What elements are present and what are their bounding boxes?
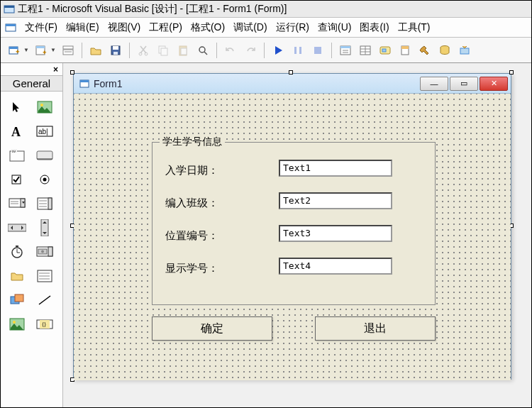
textbox-text3[interactable]: Text3 xyxy=(279,225,392,242)
app-title: 工程1 - Microsoft Visual Basic [设计] - [工程1… xyxy=(18,3,287,16)
data-view-button[interactable] xyxy=(436,41,454,60)
app-title-bar: 工程1 - Microsoft Visual Basic [设计] - [工程1… xyxy=(1,1,531,18)
redo-button[interactable] xyxy=(241,41,260,60)
menu-view[interactable]: 视图(V) xyxy=(105,20,144,35)
tool-combobox[interactable] xyxy=(6,194,28,214)
project-explorer-button[interactable] xyxy=(336,41,355,60)
svg-text:xv: xv xyxy=(12,149,16,153)
copy-button[interactable] xyxy=(154,41,172,60)
button-ok[interactable]: 确定 xyxy=(152,316,272,341)
tool-drivelistbox[interactable] xyxy=(34,242,55,262)
textbox-text4[interactable]: Text4 xyxy=(279,258,392,275)
menu-format[interactable]: 格式(O) xyxy=(188,20,228,35)
form1-client-area[interactable]: 学生学号信息 入学日期： Text1 编入班级： Text2 位置编号： Tex… xyxy=(74,94,511,380)
menu-debug[interactable]: 调试(D) xyxy=(231,20,270,35)
button-exit[interactable]: 退出 xyxy=(315,316,436,341)
menu-edit[interactable]: 编辑(E) xyxy=(63,20,102,35)
svg-rect-19 xyxy=(161,48,167,55)
end-button[interactable] xyxy=(309,41,327,60)
menu-query[interactable]: 查询(U) xyxy=(315,20,354,35)
svg-rect-25 xyxy=(299,47,301,54)
frame-student-info[interactable]: 学生学号信息 入学日期： Text1 编入班级： Text2 位置编号： Tex… xyxy=(152,142,436,305)
menu-bar: 文件(F) 编辑(E) 视图(V) 工程(P) 格式(O) 调试(D) 运行(R… xyxy=(1,18,531,38)
toolbox-tab-general[interactable]: General xyxy=(1,76,62,92)
svg-rect-1 xyxy=(4,6,14,8)
toolbox-button[interactable] xyxy=(416,41,434,60)
toolbox-close-icon[interactable]: × xyxy=(53,65,58,75)
tool-textbox[interactable]: ab| xyxy=(34,121,55,141)
tool-picturebox[interactable] xyxy=(34,97,55,117)
find-button[interactable] xyxy=(194,41,212,60)
textbox-text1[interactable]: Text1 xyxy=(279,160,392,177)
svg-rect-10 xyxy=(63,46,73,49)
svg-line-23 xyxy=(204,52,207,55)
svg-point-81 xyxy=(13,321,16,324)
maximize-button[interactable]: ▭ xyxy=(450,77,478,91)
tool-commandbutton[interactable] xyxy=(34,145,55,165)
tool-hscrollbar[interactable] xyxy=(6,218,28,238)
label-position: 位置编号： xyxy=(165,229,243,243)
tool-timer[interactable] xyxy=(6,242,28,262)
svg-rect-14 xyxy=(113,46,118,50)
svg-rect-24 xyxy=(294,47,297,54)
svg-rect-55 xyxy=(21,199,25,207)
form1-window[interactable]: Form1 — ▭ ✕ 学生学号信息 入学日期： Text1 编入班级： xyxy=(73,73,511,380)
svg-rect-63 xyxy=(8,224,26,231)
tool-optionbutton[interactable] xyxy=(34,170,55,189)
menu-project[interactable]: 工程(P) xyxy=(146,20,185,35)
tool-filelistbox[interactable] xyxy=(34,266,55,286)
tool-pointer[interactable] xyxy=(6,97,28,117)
dropdown-arrow-icon[interactable]: ▼ xyxy=(23,47,29,53)
open-button[interactable] xyxy=(87,41,105,60)
svg-text:⟨⟩: ⟨⟩ xyxy=(42,321,46,328)
tool-vscrollbar[interactable] xyxy=(34,218,55,238)
add-project-button[interactable]: ✦ xyxy=(5,41,23,60)
tool-dirlistbox[interactable] xyxy=(6,266,28,286)
tool-checkbox[interactable] xyxy=(6,170,28,189)
tool-listbox[interactable] xyxy=(34,194,55,214)
component-manager-button[interactable] xyxy=(455,41,474,60)
toolbox-panel: × General A ab| xv ⟨⟩ xyxy=(1,63,63,407)
svg-rect-8 xyxy=(36,46,45,48)
menu-tools[interactable]: 工具(T) xyxy=(395,20,433,35)
svg-line-79 xyxy=(39,296,50,304)
cut-button[interactable] xyxy=(134,41,153,60)
close-button[interactable]: ✕ xyxy=(480,77,508,91)
tool-line[interactable] xyxy=(34,290,55,310)
frame-caption: 学生学号信息 xyxy=(160,136,225,148)
menu-diagram[interactable]: 图表(I) xyxy=(357,20,392,35)
svg-text:A: A xyxy=(11,125,21,138)
textbox-text2[interactable]: Text2 xyxy=(279,192,392,209)
object-browser-button[interactable] xyxy=(396,41,414,60)
menu-file[interactable]: 文件(F) xyxy=(22,20,60,35)
form-layout-button[interactable] xyxy=(376,41,394,60)
tool-data[interactable]: ⟨⟩ xyxy=(34,314,55,334)
minimize-button[interactable]: — xyxy=(420,77,448,91)
label-show-id: 显示学号： xyxy=(165,262,243,275)
save-button[interactable] xyxy=(106,41,125,60)
svg-rect-68 xyxy=(16,246,18,247)
label-class: 编入班级： xyxy=(165,197,243,210)
svg-rect-40 xyxy=(460,48,469,54)
svg-point-71 xyxy=(41,250,44,253)
dropdown-arrow-icon[interactable]: ▼ xyxy=(50,47,56,53)
svg-rect-72 xyxy=(48,247,52,256)
tool-shape[interactable] xyxy=(6,290,28,310)
break-button[interactable] xyxy=(289,41,307,60)
form1-titlebar[interactable]: Form1 — ▭ ✕ xyxy=(74,74,511,94)
svg-text:ab|: ab| xyxy=(38,128,48,136)
form-designer-area[interactable]: Form1 — ▭ ✕ 学生学号信息 入学日期： Text1 编入班级： xyxy=(63,63,531,407)
tool-frame[interactable]: xv xyxy=(6,145,28,165)
svg-rect-3 xyxy=(6,24,16,26)
menu-run[interactable]: 运行(R) xyxy=(273,20,312,35)
start-button[interactable] xyxy=(269,41,287,60)
tool-label[interactable]: A xyxy=(6,121,28,141)
undo-button[interactable] xyxy=(221,41,240,60)
properties-window-button[interactable] xyxy=(356,41,375,60)
paste-button[interactable] xyxy=(174,41,192,60)
menu-editor-button[interactable] xyxy=(59,41,77,60)
svg-rect-78 xyxy=(15,294,23,302)
add-form-button[interactable]: ✦ xyxy=(32,41,50,60)
tool-image[interactable] xyxy=(6,314,28,334)
svg-rect-86 xyxy=(80,80,89,82)
